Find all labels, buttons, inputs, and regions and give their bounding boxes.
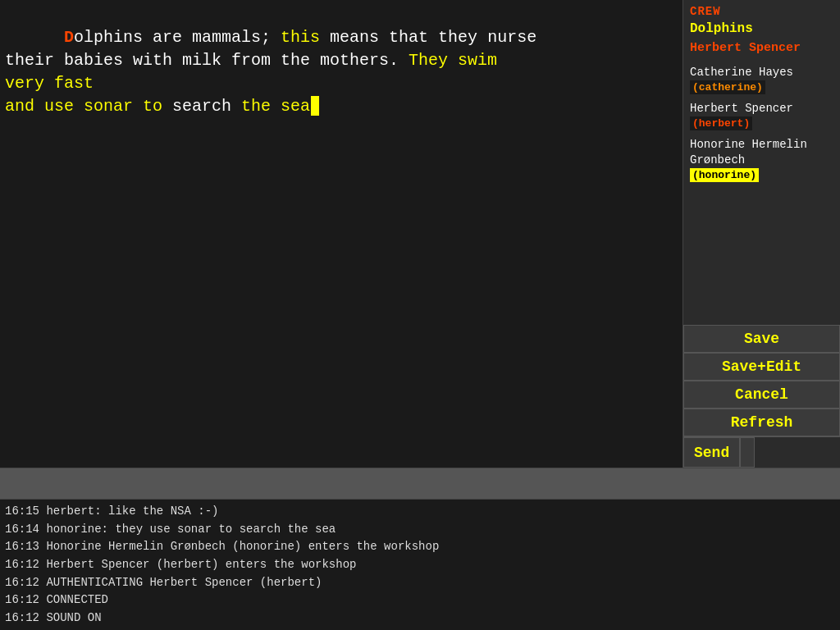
text-cursor: [311, 96, 319, 116]
crew-header: CREW: [683, 0, 840, 21]
log-line: 16:12 SOUND ON: [5, 609, 835, 628]
log-line: 16:15 herbert: like the NSA :-): [5, 503, 835, 521]
editor-line1-prefix: olphins are mammals;: [74, 28, 281, 47]
crew-member-honorine: Honorine Hermelin Grønbech (honorine): [683, 134, 840, 185]
save-button[interactable]: Save: [683, 325, 840, 353]
sidebar: CREW Dolphins Herbert Spencer Catherine …: [682, 0, 840, 468]
crew-member-herbert-handle: (herbert): [690, 116, 752, 130]
send-extra-button[interactable]: [740, 437, 755, 468]
message-input[interactable]: [0, 468, 840, 499]
send-row: Send: [683, 436, 840, 468]
log-line: 16:14 honorine: they use sonar to search…: [5, 521, 835, 539]
editor-line4-suffix: the sea: [231, 97, 310, 116]
crew-member-herbert: Herbert Spencer (herbert): [683, 98, 840, 134]
editor-line2: their babies with milk from the mothers.: [5, 51, 409, 70]
log-panel: 16:15 herbert: like the NSA :-)16:14 hon…: [0, 499, 840, 630]
log-line: 16:12 CONNECTED: [5, 591, 835, 609]
editor-line4-search: search: [172, 97, 231, 116]
crew-title-name: Dolphins: [683, 21, 840, 41]
refresh-button[interactable]: Refresh: [683, 409, 840, 436]
editor-line2-colored: They swim: [409, 51, 497, 70]
editor-panel[interactable]: Dolphins are mammals; this means that th…: [0, 0, 682, 468]
main-area: Dolphins are mammals; this means that th…: [0, 0, 840, 468]
editor-line1-suffix: means that they nurse: [320, 28, 536, 47]
send-button[interactable]: Send: [683, 437, 740, 468]
editor-line4-prefix: and use sonar to: [5, 97, 172, 116]
crew-member-catherine-name: Catherine Hayes: [690, 65, 833, 80]
crew-member-catherine: Catherine Hayes (catherine): [683, 62, 840, 98]
cancel-button[interactable]: Cancel: [683, 381, 840, 409]
save-edit-button[interactable]: Save+Edit: [683, 353, 840, 381]
log-line: 16:13 Honorine Hermelin Grønbech (honori…: [5, 538, 835, 556]
crew-member-honorine-handle: (honorine): [690, 168, 759, 182]
editor-line1-highlight: this: [281, 28, 320, 47]
message-input-row: [0, 468, 840, 499]
editor-line3: very fast: [5, 74, 94, 93]
first-letter: D: [64, 28, 74, 47]
editor-text: Dolphins are mammals; this means that th…: [5, 3, 678, 141]
log-line: 16:12 Herbert Spencer (herbert) enters t…: [5, 556, 835, 574]
crew-member-honorine-name: Honorine Hermelin Grønbech: [690, 137, 833, 167]
sidebar-spacer: [683, 185, 840, 325]
crew-member-herbert-name: Herbert Spencer: [690, 101, 833, 116]
sidebar-buttons: Save Save+Edit Cancel Refresh: [683, 325, 840, 436]
crew-host-name: Herbert Spencer: [683, 41, 840, 62]
log-line: 16:12 AUTHENTICATING Herbert Spencer (he…: [5, 574, 835, 592]
crew-member-catherine-handle: (catherine): [690, 80, 765, 94]
